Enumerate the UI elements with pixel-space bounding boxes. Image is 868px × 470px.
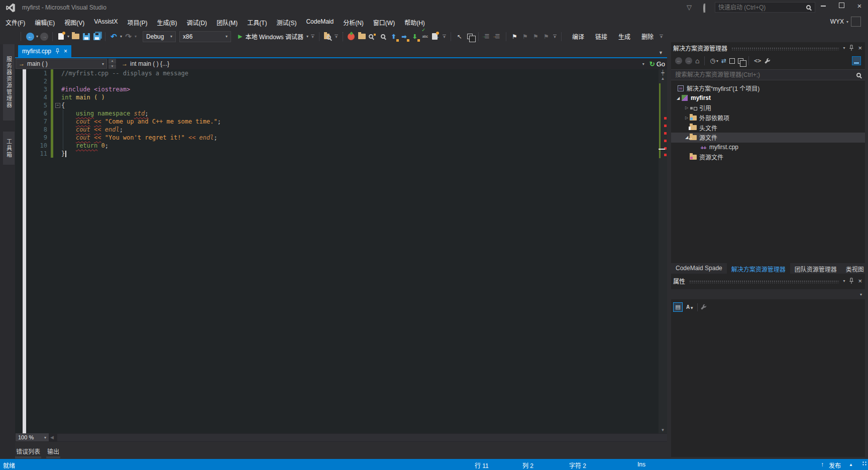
tree-item-1[interactable]: ◢myfirst: [671, 93, 865, 103]
back-icon[interactable]: ←: [675, 57, 682, 64]
open-file-icon[interactable]: [71, 32, 80, 42]
toolbar-overflow[interactable]: ▾: [659, 35, 664, 38]
navigate-back-dropdown[interactable]: ▾: [36, 34, 38, 39]
panel-tab-3[interactable]: 类视图: [841, 263, 868, 274]
forward-icon[interactable]: →: [685, 57, 692, 64]
save-all-icon[interactable]: [92, 32, 101, 42]
tab-myfirst-cpp[interactable]: myfirst.cpp ×: [18, 45, 71, 57]
panel-tab-1[interactable]: 解决方案资源管理器: [727, 263, 790, 274]
increase-indent-icon[interactable]: ☰: [493, 32, 502, 42]
minimize-button[interactable]: [815, 0, 832, 13]
start-debug-button[interactable]: ▶ 本地 Windows 调试器 ▾: [238, 32, 308, 41]
properties-header[interactable]: 属性 ▾ ×: [671, 275, 865, 286]
undo-icon[interactable]: ↶: [110, 32, 118, 42]
solution-explorer-header[interactable]: 解决方案资源管理器 ▾ ×: [671, 42, 865, 53]
view-code-icon[interactable]: <>: [754, 57, 761, 64]
toolbar-text-button-3[interactable]: 删除: [638, 31, 657, 42]
toolbar-overflow[interactable]: ▾: [442, 35, 447, 38]
toolbar-grip[interactable]: [21, 32, 23, 41]
menu-item-0[interactable]: 文件(F): [2, 16, 29, 29]
selection-margin[interactable]: [23, 69, 26, 433]
vertical-scrollbar[interactable]: ┿ ▲ ▼: [659, 69, 667, 433]
menu-item-11[interactable]: 分析(N): [339, 16, 368, 29]
tree-item-4[interactable]: 头文件: [671, 123, 865, 133]
member-dropdown[interactable]: → int main ( ) {...} ▾: [119, 60, 649, 67]
feedback-icon[interactable]: [702, 4, 710, 11]
close-tab-icon[interactable]: ×: [64, 48, 67, 55]
navigate-back-icon[interactable]: ←: [26, 33, 34, 41]
menu-item-6[interactable]: 调试(D): [182, 16, 211, 29]
pending-changes-filter-icon[interactable]: ◷▾: [710, 57, 718, 64]
solution-explorer-search[interactable]: [671, 69, 865, 80]
vassistx-go-button[interactable]: ↻ Go: [649, 60, 665, 68]
find-icon[interactable]: [379, 32, 387, 42]
menu-item-8[interactable]: 工具(T): [243, 16, 271, 29]
horizontal-scrollbar[interactable]: [57, 434, 667, 441]
resize-grip[interactable]: [862, 461, 867, 466]
menu-item-12[interactable]: 窗口(W): [369, 16, 399, 29]
find-in-files-icon[interactable]: [323, 32, 332, 42]
quick-launch-box[interactable]: [715, 2, 815, 13]
toolbar-overflow[interactable]: ▾: [553, 35, 557, 38]
vassistx-paste-icon[interactable]: ⬇: [410, 32, 419, 42]
expander-collapsed-icon[interactable]: ▷: [684, 115, 690, 120]
next-bookmark-icon[interactable]: ⚑: [531, 32, 540, 42]
properties-wrench-icon[interactable]: [764, 58, 771, 64]
scope-spinner[interactable]: ▲▼: [108, 59, 116, 69]
new-file-dropdown[interactable]: ▾: [67, 34, 69, 39]
toolbar-text-button-1[interactable]: 链接: [592, 31, 611, 42]
rail-tab-0[interactable]: 服务器资源管理器: [3, 44, 15, 121]
tree-item-3[interactable]: ▷外部依赖项: [671, 113, 865, 123]
menu-item-7[interactable]: 团队(M): [212, 16, 242, 29]
rail-tab-1[interactable]: 工具箱: [3, 132, 15, 165]
publish-button[interactable]: 发布: [829, 461, 841, 469]
new-file-icon[interactable]: [57, 32, 65, 42]
show-all-files-icon[interactable]: [738, 58, 743, 64]
close-button[interactable]: ×: [851, 0, 868, 13]
collapse-region-icon[interactable]: −: [55, 103, 60, 108]
window-position-dropdown-icon[interactable]: ▾: [843, 46, 845, 50]
toolbar-overflow[interactable]: ▾: [310, 35, 315, 38]
tree-item-5[interactable]: ◢源文件: [671, 133, 865, 143]
clear-bookmarks-icon[interactable]: ⚑: [542, 32, 551, 42]
navigate-to-cursor-icon[interactable]: ↖: [455, 32, 464, 42]
pin-icon[interactable]: [849, 278, 854, 284]
tree-item-0[interactable]: ∞解决方案“myfirst”(1 个项目): [671, 83, 865, 93]
close-icon[interactable]: ×: [858, 44, 862, 52]
solution-search-input[interactable]: [675, 71, 856, 78]
scroll-down-icon[interactable]: ▼: [659, 428, 667, 432]
decrease-indent-icon[interactable]: ☰: [483, 32, 491, 42]
scope-dropdown[interactable]: → main ( ) ▾: [16, 59, 107, 69]
menu-item-9[interactable]: 测试(S): [272, 16, 300, 29]
avatar[interactable]: [851, 17, 861, 27]
window-position-dropdown-icon[interactable]: ▾: [843, 279, 845, 283]
find-symbol-icon[interactable]: [368, 32, 377, 42]
toggle-bookmark-icon[interactable]: ⚑: [510, 32, 519, 42]
home-icon[interactable]: ⌂: [695, 57, 699, 65]
redo-dropdown[interactable]: ▾: [135, 34, 137, 39]
scroll-left-icon[interactable]: ◀: [50, 435, 54, 440]
tree-item-6[interactable]: ++myfirst.cpp: [671, 143, 865, 153]
open-corresponding-file-icon[interactable]: →: [431, 32, 440, 42]
property-pages-wrench-icon[interactable]: [700, 304, 707, 310]
menu-item-4[interactable]: 项目(P): [123, 16, 151, 29]
vassistx-goto-related-icon[interactable]: ⬆: [389, 32, 398, 42]
pin-icon[interactable]: [55, 48, 60, 54]
tree-item-7[interactable]: 资源文件: [671, 152, 865, 162]
sync-with-active-document-icon[interactable]: ⇄: [721, 57, 726, 64]
menu-item-2[interactable]: 视图(V): [60, 16, 88, 29]
alphabetical-sort-icon[interactable]: A▼: [685, 302, 695, 312]
close-icon[interactable]: ×: [858, 277, 862, 285]
output-tab-0[interactable]: 错误列表: [15, 446, 41, 458]
redo-icon[interactable]: ↷: [124, 32, 133, 42]
navigate-forward-icon[interactable]: →: [40, 33, 48, 41]
tree-item-2[interactable]: ▷引用: [671, 103, 865, 113]
spell-check-icon[interactable]: abc: [421, 32, 429, 42]
menu-item-5[interactable]: 生成(B): [153, 16, 181, 29]
menu-item-1[interactable]: 编辑(E): [31, 16, 59, 29]
preview-selected-items-toggle[interactable]: [852, 56, 861, 65]
toolbar-text-button-0[interactable]: 编译: [569, 31, 588, 42]
expander-collapsed-icon[interactable]: ▷: [684, 105, 690, 110]
maximize-button[interactable]: [833, 0, 850, 13]
solution-platform-combo[interactable]: x86▾: [179, 31, 231, 42]
